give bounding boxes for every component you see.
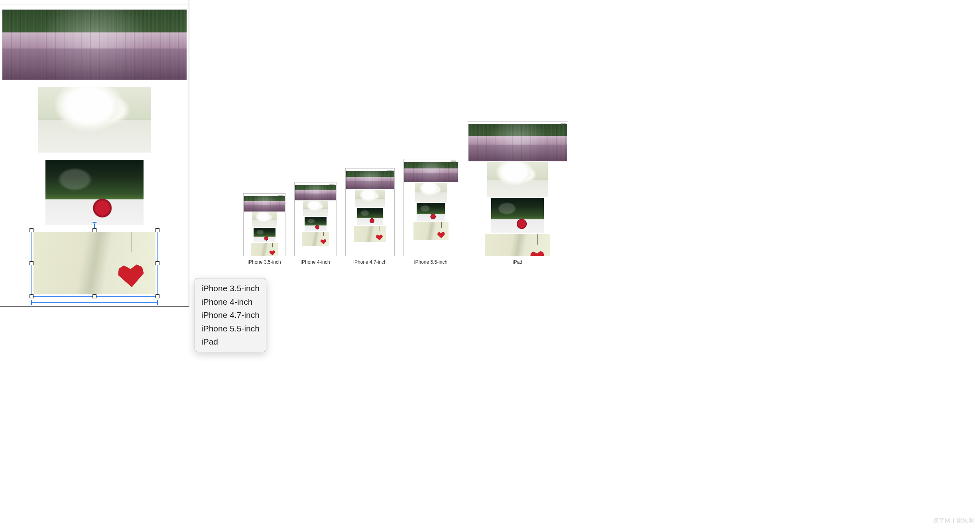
heart-string-decoration xyxy=(380,226,380,231)
constraint-indicator-top xyxy=(94,223,95,228)
heart-icon xyxy=(437,231,446,239)
heart-string-decoration xyxy=(132,232,132,252)
preview-stack xyxy=(404,159,458,240)
heart-icon xyxy=(115,261,146,292)
preview-device-iphone-4-7[interactable]: iPhone 4.7-inch xyxy=(345,168,395,265)
heart-string-decoration xyxy=(272,243,273,247)
preview-label-ipad: iPad xyxy=(513,259,522,265)
resize-handle-mid-left[interactable] xyxy=(30,261,33,265)
resize-handle-bottom-right[interactable] xyxy=(155,294,159,298)
preview-screen-iphone-4-7 xyxy=(345,168,395,256)
resize-handle-top-right[interactable] xyxy=(155,228,159,232)
preview-stack xyxy=(244,194,285,256)
preview-stack xyxy=(295,182,336,246)
preview-device-ipad[interactable]: iPad xyxy=(467,121,568,265)
preview-image-bridge xyxy=(295,185,336,200)
imageview-bridge[interactable] xyxy=(2,10,187,80)
preview-screen-iphone-4 xyxy=(294,182,337,256)
preview-label-iphone-4: iPhone 4-inch xyxy=(301,259,330,265)
preview-image-bridge xyxy=(404,162,458,182)
resize-handle-top-left[interactable] xyxy=(30,228,33,232)
preview-image-flower xyxy=(355,190,385,207)
preview-image-heart xyxy=(485,234,550,256)
watermark-text: 搜字网 | 素思源 xyxy=(933,517,974,524)
preview-label-iphone-4-7: iPhone 4.7-inch xyxy=(353,259,386,265)
preview-device-iphone-3-5[interactable]: iPhone 3.5-inch xyxy=(243,193,285,265)
popover-item-iphone-5-5[interactable]: iPhone 5.5-inch xyxy=(201,322,260,335)
heart-icon xyxy=(529,249,545,256)
preview-device-iphone-5-5[interactable]: iPhone 5.5-inch xyxy=(403,159,458,265)
heart-string-decoration xyxy=(537,234,538,245)
resize-handle-bottom-mid[interactable] xyxy=(92,294,96,298)
heart-icon xyxy=(269,249,276,256)
preview-assistant-row: iPhone 3.5-inchiPhone 4-inchiPhone 4.7-i… xyxy=(243,121,568,265)
popover-item-iphone-4[interactable]: iPhone 4-inch xyxy=(201,295,260,309)
heart-string-decoration xyxy=(441,222,442,228)
heart-icon xyxy=(320,238,327,245)
preview-screen-iphone-5-5 xyxy=(403,159,458,256)
preview-device-iphone-4[interactable]: iPhone 4-inch xyxy=(294,182,337,265)
preview-image-flower xyxy=(415,183,447,202)
preview-screen-iphone-3-5 xyxy=(243,193,285,256)
preview-image-heart xyxy=(354,226,386,242)
device-popover[interactable]: iPhone 3.5-inch iPhone 4-inch iPhone 4.7… xyxy=(195,278,266,352)
preview-image-flower xyxy=(252,212,277,227)
preview-image-bridge xyxy=(244,196,285,212)
resize-handle-top-mid[interactable] xyxy=(92,228,96,232)
heart-string-decoration xyxy=(323,232,324,236)
preview-image-heart xyxy=(302,232,329,246)
preview-image-bridge xyxy=(346,171,394,189)
popover-item-ipad[interactable]: iPad xyxy=(201,335,260,349)
imageview-rose[interactable] xyxy=(45,160,144,225)
interface-builder-canvas[interactable] xyxy=(0,0,189,307)
preview-image-rose xyxy=(417,203,445,221)
preview-image-heart xyxy=(251,243,278,256)
preview-image-rose xyxy=(254,228,276,242)
preview-image-rose xyxy=(305,217,327,231)
preview-image-flower xyxy=(303,201,328,216)
imageview-heart-selected[interactable] xyxy=(33,232,155,294)
preview-label-iphone-5-5: iPhone 5.5-inch xyxy=(414,259,447,265)
constraint-bar-bottom[interactable] xyxy=(31,302,158,303)
preview-image-rose xyxy=(357,208,383,225)
heart-icon xyxy=(376,233,384,241)
resize-handle-mid-right[interactable] xyxy=(155,261,159,265)
popover-item-iphone-4-7[interactable]: iPhone 4.7-inch xyxy=(201,308,260,322)
preview-image-heart xyxy=(413,222,449,240)
preview-label-iphone-3-5: iPhone 3.5-inch xyxy=(248,259,281,265)
preview-image-rose xyxy=(491,198,544,233)
preview-stack xyxy=(467,121,568,256)
preview-screen-ipad xyxy=(467,121,568,256)
resize-handle-bottom-left[interactable] xyxy=(30,294,33,298)
preview-stack xyxy=(346,168,394,242)
imageview-heart[interactable] xyxy=(33,232,155,294)
popover-item-iphone-3-5[interactable]: iPhone 3.5-inch xyxy=(201,282,260,295)
imageview-flower[interactable] xyxy=(38,87,151,153)
preview-image-bridge xyxy=(468,124,567,161)
preview-image-flower xyxy=(487,162,548,197)
